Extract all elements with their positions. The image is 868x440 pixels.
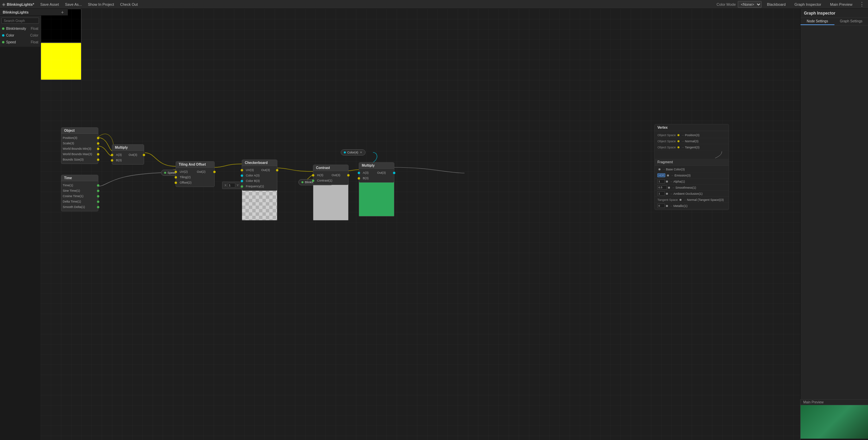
port-tiling-tiling-label: Tiling(2) (178, 175, 192, 179)
port-sine-time-label: Sine Time(1) (61, 189, 81, 192)
frag-emission-arrow: → (671, 174, 674, 177)
port-smooth-out[interactable] (97, 206, 99, 208)
vertex-tan-name: Tangent(3) (685, 146, 699, 149)
node-contrast[interactable]: Contrast In(3) Out(3) Contrast(1) (313, 165, 349, 185)
blackboard-search[interactable] (1, 18, 39, 24)
frag-metal-input[interactable] (657, 204, 665, 208)
graph-inspector-tab[interactable]: Graph Inspector (791, 1, 825, 8)
port-contrast-in-port[interactable] (312, 174, 314, 176)
color-mode-select[interactable]: <None> (738, 1, 762, 8)
frag-basecolor-name: Base Color(3) (666, 168, 685, 171)
node-object-body: Position(3) Scale(3) World Bounds Min(3)… (61, 134, 98, 164)
port-cosine-out[interactable] (97, 195, 99, 197)
node-color-pill[interactable]: Color(4) ✕ (341, 149, 366, 155)
port-m2-b-in[interactable] (358, 177, 360, 180)
add-blackboard-item-button[interactable]: + (60, 9, 65, 15)
port-m2-a-in[interactable] (358, 172, 360, 174)
port-checker-uv-in[interactable] (241, 169, 243, 171)
checker-x-input[interactable] (228, 183, 235, 188)
port-position-out[interactable] (97, 137, 99, 139)
menu-dots-icon[interactable]: ⋮ (858, 1, 866, 7)
bb-dot-blinkintensity (2, 27, 4, 30)
blackboard-tab[interactable]: Blackboard (764, 1, 789, 8)
port-wbmax-out[interactable] (97, 153, 99, 155)
port-time-out[interactable] (97, 184, 99, 187)
node-object-header: Object (61, 128, 98, 134)
port-sine-out[interactable] (97, 190, 99, 192)
vertex-pos-space: Object Space (657, 133, 676, 137)
frag-alpha-input[interactable] (657, 179, 665, 184)
node-multiply1[interactable]: Multiply A(3) Out(3) B(3) (112, 144, 144, 165)
port-tiling-uv-in[interactable] (175, 171, 177, 173)
check-out-button[interactable]: Check Out (117, 1, 140, 8)
vertex-pos-dot (677, 134, 679, 136)
frag-ao-input[interactable] (657, 191, 665, 196)
bb-type-speed: Float (31, 40, 38, 44)
port-m2-out-label: Out(3) (376, 171, 387, 174)
node-settings-tab[interactable]: Node Settings (801, 18, 834, 25)
show-in-project-button[interactable]: Show In Project (85, 1, 117, 8)
port-tiling-offset-in[interactable] (175, 182, 177, 184)
main-preview-content (801, 405, 868, 439)
main-preview-tab[interactable]: Main Preview (827, 1, 856, 8)
port-m1-a-in[interactable] (111, 154, 113, 156)
vertex-connector-svg (705, 151, 725, 158)
port-scale: Scale(3) (61, 141, 98, 146)
port-world-bounds-min: World Bounds Min(3) (61, 146, 98, 151)
node-tiling-body: UV(2) Out(2) Tiling(2) Offset(2) (176, 168, 214, 187)
port-bsize-out[interactable] (97, 159, 99, 161)
port-cosine-time-label: Cosine Time(1) (61, 194, 85, 198)
bb-item-blinkintensity[interactable]: BlinkIntensity Float (0, 25, 40, 32)
save-asset-button[interactable]: Save Asset (38, 1, 62, 8)
port-tiling-uv-label: UV(2) (178, 170, 189, 173)
blink-pill-dot (301, 181, 303, 183)
port-checker-ca-in[interactable] (241, 174, 243, 177)
node-object[interactable]: Object Position(3) Scale(3) World Bounds… (61, 127, 98, 164)
port-m1-out[interactable] (143, 154, 145, 156)
node-tiling-header: Tiling And Offset (176, 162, 214, 168)
port-checker-cb-in[interactable] (241, 180, 243, 182)
blackboard-panel: BlinkIntensity Float Color Color Speed F… (0, 16, 41, 47)
port-delta-out[interactable] (97, 201, 99, 203)
fragment-smoothness-row: → Smoothness(1) (655, 185, 729, 191)
frag-ao-name: Ambient Occlusion(1) (673, 192, 703, 195)
fragment-metallic-row: → Metallic(1) (655, 203, 729, 209)
port-delta-time: Delta Time(1) (61, 199, 98, 204)
node-time[interactable]: Time Time(1) Sine Time(1) Cosine Time(1)… (61, 175, 98, 211)
port-checker-freq-in[interactable] (241, 185, 243, 188)
port-contrast-in: In(3) Out(3) (313, 172, 348, 178)
frag-basecolor-arrow: → (662, 168, 665, 171)
save-as-button[interactable]: Save As... (62, 1, 85, 8)
port-tiling-out-label: Out(2) (196, 170, 207, 173)
node-checkerboard[interactable]: Checkerboard UV(3) Out(3) Color A(3) Col… (242, 160, 277, 191)
port-wbmin-out[interactable] (97, 148, 99, 150)
port-tiling-out[interactable] (213, 171, 216, 173)
frag-alpha-dot (666, 181, 668, 183)
graph-canvas[interactable]: Object Position(3) Scale(3) World Bounds… (41, 9, 800, 440)
node-tiling-offset[interactable]: Tiling And Offset UV(2) Out(2) Tiling(2)… (176, 161, 215, 187)
node-multiply2[interactable]: Multiply A(3) Out(3) B(3) (359, 162, 394, 183)
color-pill-close[interactable]: ✕ (360, 151, 362, 154)
bb-type-blinkintensity: Float (31, 27, 38, 30)
port-world-bounds-max: World Bounds Max(3) (61, 151, 98, 157)
port-scale-out[interactable] (97, 142, 99, 145)
graph-settings-tab[interactable]: Graph Settings (834, 18, 868, 25)
port-checker-out[interactable] (276, 169, 278, 171)
bb-item-color[interactable]: Color Color (0, 32, 40, 39)
port-checker-out-label: Out(3) (260, 168, 272, 172)
bb-item-speed[interactable]: Speed Float (0, 39, 40, 45)
port-tiling-tiling-in[interactable] (175, 176, 177, 179)
vertex-norm-arrow: → (681, 140, 684, 143)
frag-emission-name: Emission(3) (674, 174, 691, 177)
port-tiling-uv: UV(2) Out(2) (176, 169, 214, 174)
port-cosine-time: Cosine Time(1) (61, 193, 98, 199)
node-multiply1-header: Multiply (112, 145, 144, 151)
graph-titlebar: BlinkingLights + (0, 9, 68, 16)
port-m2-out[interactable] (393, 172, 395, 174)
bb-name-speed: Speed (6, 40, 31, 44)
port-contrast-contrast-in[interactable] (312, 180, 314, 182)
port-m1-b-in[interactable] (111, 159, 113, 162)
fragment-ao-row: → Ambient Occlusion(1) (655, 191, 729, 197)
frag-smooth-input[interactable] (657, 185, 667, 190)
port-contrast-out[interactable] (347, 174, 350, 176)
